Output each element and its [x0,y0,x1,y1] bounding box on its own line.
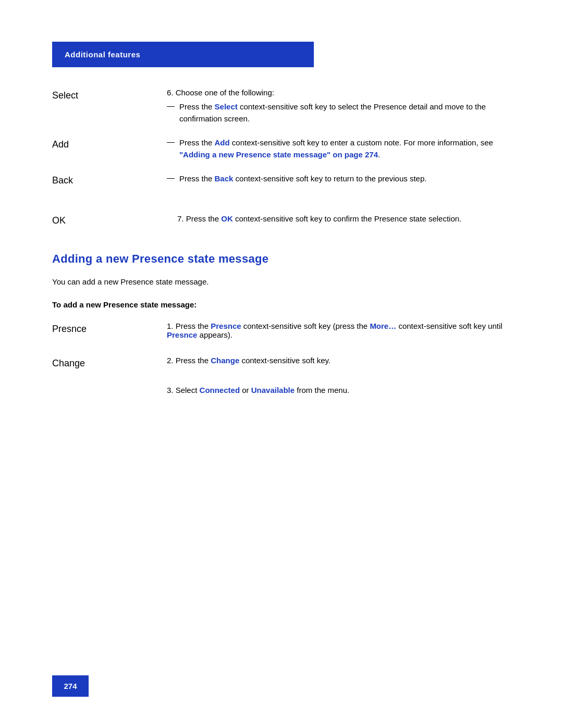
select-key-col: Select [52,88,156,131]
presnce-key-col: Presnce [52,322,156,339]
select-row: Select 6. Choose one of the following: —… [52,88,511,131]
presnce-bold1[interactable]: Presnce [211,322,241,330]
change-bold1[interactable]: Change [211,356,239,365]
page-number-box: 274 [52,675,89,697]
page-container: Additional features Select 6. Choose one… [0,0,563,728]
add-key-label: Add [52,139,69,150]
ok-step-text: 7. Press the OK context-sensitive soft k… [167,214,461,223]
adding-new-presence-link[interactable]: "Adding a new Presence state message" on… [179,150,378,159]
select-key-label: Select [52,90,78,101]
add-dash: — [167,137,177,146]
change-key-label: Change [52,358,85,368]
ok-right-col: 7. Press the OK context-sensitive soft k… [156,213,511,226]
select-right-col: 6. Choose one of the following: — Press … [156,88,511,131]
step3-right-col: 3. Select Connected or Unavailable from … [156,386,511,394]
change-step-text: 2. Press the Change context-sensitive so… [167,356,331,365]
presnce-key-label: Presnce [52,324,87,334]
change-key-col: Change [52,356,156,369]
add-key-col: Add [52,137,156,167]
section2-intro: You can add a new Presence state message… [52,276,511,288]
back-key-label: Back [52,175,73,186]
step3-row: 3. Select Connected or Unavailable from … [52,386,511,394]
connected-link[interactable]: Connected [200,386,240,394]
ok-key-col: OK [52,213,156,226]
section2: Adding a new Presence state message You … [52,252,511,395]
step3-text: 3. Select Connected or Unavailable from … [167,386,349,394]
change-row: Change 2. Press the Change context-sensi… [52,356,511,369]
back-right-col: — Press the Back context-sensitive soft … [156,173,511,191]
back-bullet: — Press the Back context-sensitive soft … [167,173,511,185]
header-title: Additional features [65,50,140,59]
ok-key-label: OK [52,215,66,226]
presnce-step-text: 1. Press the Presnce context-sensitive s… [167,322,503,339]
header-bar: Additional features [52,42,314,67]
more-bold[interactable]: More… [370,322,396,330]
back-key-col: Back [52,173,156,191]
step6-section: Select 6. Choose one of the following: —… [52,88,511,226]
presnce-bold3[interactable]: Presnce [167,330,197,339]
back-link[interactable]: Back [215,174,234,183]
unavailable-link[interactable]: Unavailable [251,386,295,394]
change-right-col: 2. Press the Change context-sensitive so… [156,356,511,369]
step6-intro: 6. Choose one of the following: [167,88,511,97]
back-bullet-text: Press the Back context-sensitive soft ke… [179,173,511,185]
step3-key-col [52,386,156,394]
section2-title: Adding a new Presence state message [52,252,511,266]
add-bullet: — Press the Add context-sensitive soft k… [167,137,511,161]
back-dash: — [167,173,177,182]
add-row: Add — Press the Add context-sensitive so… [52,137,511,167]
section2-instruction: To add a new Presence state message: [52,300,511,309]
add-bullet-text: Press the Add context-sensitive soft key… [179,137,511,161]
add-link[interactable]: Add [215,138,230,147]
select-bullet-text: Press the Select context-sensitive soft … [179,101,511,125]
ok-row: OK 7. Press the OK context-sensitive sof… [52,213,511,226]
select-link[interactable]: Select [215,102,238,111]
add-right-col: — Press the Add context-sensitive soft k… [156,137,511,167]
page-number: 274 [64,682,77,690]
ok-link[interactable]: OK [221,214,233,223]
select-dash: — [167,101,177,110]
back-row: Back — Press the Back context-sensitive … [52,173,511,191]
presnce-row: Presnce 1. Press the Presnce context-sen… [52,322,511,339]
presnce-right-col: 1. Press the Presnce context-sensitive s… [156,322,511,339]
select-bullet: — Press the Select context-sensitive sof… [167,101,511,125]
